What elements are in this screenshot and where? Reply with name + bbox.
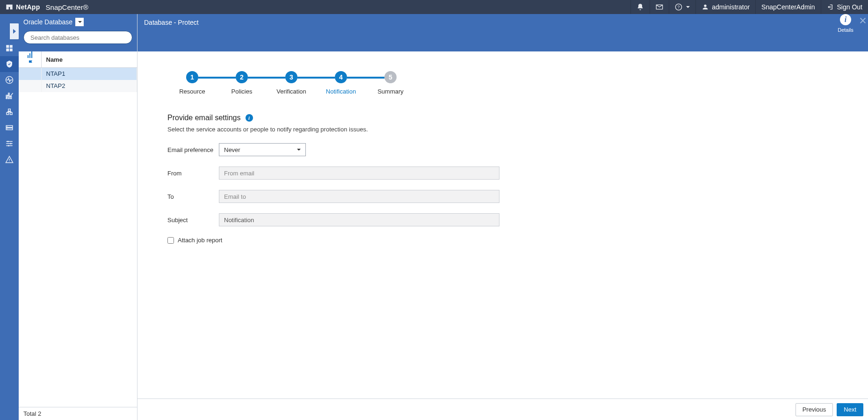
step-number: 4 (335, 71, 347, 83)
step-number: 1 (186, 71, 198, 83)
nav-dashboard[interactable] (0, 40, 19, 56)
notification-form: Provide email settings i Select the serv… (137, 95, 643, 244)
to-input[interactable] (219, 190, 499, 203)
mail-icon (656, 3, 663, 11)
step-number: 5 (384, 71, 397, 83)
nav-rail (0, 14, 19, 420)
wizard-stepper: 1Resource2Policies3Verification4Notifica… (137, 51, 868, 95)
search-input[interactable] (23, 31, 132, 44)
email-pref-value: Never (224, 146, 240, 153)
resource-name: NTAP2 (41, 80, 137, 92)
sign-out-label: Sign Out (837, 3, 862, 11)
from-label: From (167, 170, 219, 177)
close-button[interactable] (858, 14, 868, 51)
attach-report-checkbox[interactable] (167, 237, 174, 244)
help-menu[interactable]: ? (669, 0, 695, 14)
resource-panel: Oracle Database Name NTAP1NTAP2 Total 2 (19, 14, 137, 420)
role-label[interactable]: SnapCenterAdmin (755, 0, 820, 14)
table-row[interactable]: NTAP1 (19, 68, 137, 80)
info-icon[interactable]: i (246, 114, 253, 122)
sort-icon (28, 51, 32, 58)
svg-point-6 (10, 143, 12, 145)
chevron-right-icon (12, 29, 17, 34)
page-title: Database - Protect (137, 14, 833, 31)
help-icon: ? (675, 3, 682, 11)
chevron-down-icon (78, 21, 82, 23)
nav-monitor[interactable] (0, 72, 19, 88)
step-resource[interactable]: 1Resource (167, 71, 217, 95)
close-icon (859, 17, 867, 24)
form-heading: Provide email settings i (167, 114, 643, 122)
netapp-logo-icon (6, 3, 13, 11)
user-name: administrator (712, 3, 750, 11)
step-notification[interactable]: 4Notification (316, 71, 366, 95)
resource-type-label: Oracle Database (23, 18, 72, 26)
name-column-header[interactable]: Name (41, 51, 137, 68)
svg-text:?: ? (678, 5, 680, 9)
info-icon: i (840, 14, 851, 25)
from-input[interactable] (219, 167, 499, 180)
resource-type-caret[interactable] (75, 18, 84, 26)
flag-icon (28, 60, 34, 67)
next-button[interactable]: Next (837, 403, 863, 416)
chevron-down-icon (686, 6, 690, 8)
resource-type-dropdown[interactable]: Oracle Database (23, 18, 132, 26)
nav-storage[interactable] (0, 120, 19, 136)
sign-out-button[interactable]: Sign Out (821, 0, 868, 14)
svg-point-5 (7, 141, 9, 142)
role-text: SnapCenterAdmin (761, 3, 815, 11)
sign-out-icon (827, 3, 834, 11)
form-subtext: Select the service accounts or people to… (167, 126, 643, 133)
step-label: Verification (276, 88, 306, 95)
expand-nav-button[interactable] (10, 23, 19, 39)
step-label: Policies (231, 88, 253, 95)
chevron-down-icon (297, 149, 301, 151)
user-menu[interactable]: administrator (695, 0, 755, 14)
step-label: Notification (326, 88, 356, 95)
nav-alerts[interactable] (0, 152, 19, 167)
step-label: Resource (179, 88, 205, 95)
previous-button[interactable]: Previous (796, 403, 833, 416)
to-label: To (167, 193, 219, 200)
step-policies[interactable]: 2Policies (217, 71, 267, 95)
nav-hosts[interactable] (0, 104, 19, 120)
brand-product: SnapCenter® (46, 3, 88, 11)
brand: NetApp SnapCenter® (0, 3, 94, 11)
step-summary: 5Summary (366, 71, 415, 95)
step-number: 2 (236, 71, 248, 83)
wizard-footer: Previous Next (137, 398, 868, 420)
details-label: Details (838, 27, 854, 33)
sort-column[interactable] (19, 51, 41, 68)
bell-icon (637, 3, 644, 11)
resource-total: Total 2 (19, 407, 137, 420)
attach-report-label: Attach job report (178, 237, 222, 244)
topbar: NetApp SnapCenter® ? administrator SnapC… (0, 0, 868, 14)
subject-input[interactable] (219, 213, 499, 226)
resource-table: Name NTAP1NTAP2 (19, 51, 137, 92)
subject-label: Subject (167, 217, 219, 224)
nav-settings[interactable] (0, 136, 19, 152)
step-label: Summary (377, 88, 404, 95)
svg-point-3 (7, 126, 8, 127)
brand-company: NetApp (16, 3, 40, 11)
resource-name: NTAP1 (41, 68, 137, 80)
nav-resources[interactable] (0, 56, 19, 72)
user-icon (702, 3, 709, 11)
messages-button[interactable] (650, 0, 669, 14)
main-panel: Database - Protect i Details 1Resource2P… (137, 14, 868, 420)
nav-reports[interactable] (0, 88, 19, 104)
details-button[interactable]: i Details (833, 14, 858, 33)
step-verification[interactable]: 3Verification (267, 71, 316, 95)
svg-point-7 (8, 145, 9, 146)
table-row[interactable]: NTAP2 (19, 80, 137, 92)
email-pref-label: Email preference (167, 146, 219, 153)
notifications-button[interactable] (630, 0, 650, 14)
step-number: 3 (285, 71, 297, 83)
email-pref-select[interactable]: Never (219, 143, 306, 156)
svg-point-4 (7, 129, 8, 130)
